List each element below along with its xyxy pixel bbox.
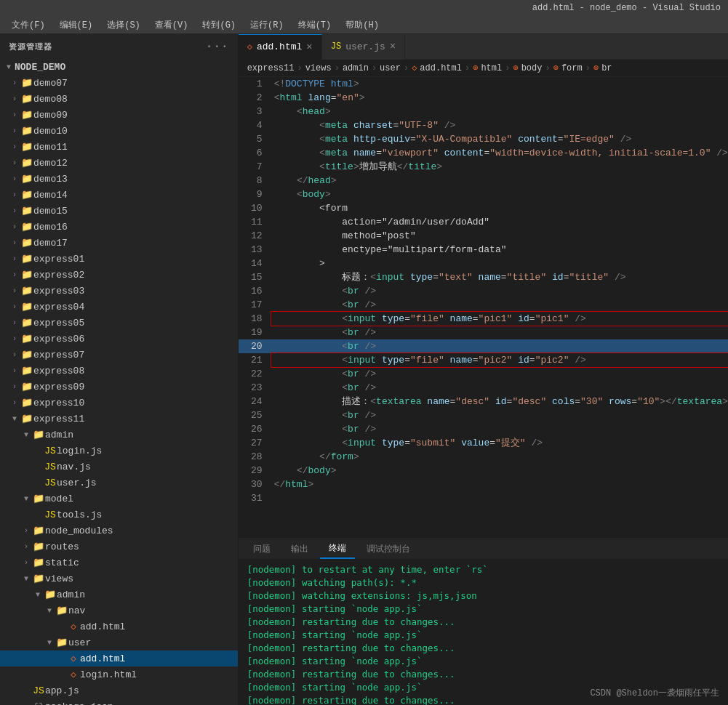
sidebar-item-user-add-html[interactable]: ◇ add.html: [0, 650, 238, 666]
sidebar-item-user-js[interactable]: JS user.js: [0, 475, 238, 491]
code-line-29[interactable]: 29 </body>: [239, 464, 728, 478]
sidebar-item-demo10[interactable]: › 📁 demo10: [0, 123, 238, 139]
folder-icon: 📁: [20, 221, 33, 233]
menu-edit[interactable]: 编辑(E): [54, 17, 99, 33]
code-line-31[interactable]: 31: [239, 491, 728, 505]
sidebar-item-express03[interactable]: › 📁 express03: [0, 283, 238, 299]
line-number: 11: [239, 215, 271, 229]
sidebar-item-nav-add-html[interactable]: ◇ add.html: [0, 619, 238, 634]
code-line-15[interactable]: 15 标题：<input type="text" name="title" id…: [239, 270, 728, 284]
folder-icon: 📁: [55, 605, 68, 616]
sidebar-item-login-html[interactable]: ◇ login.html: [0, 666, 238, 682]
sidebar-item-views[interactable]: ▼ 📁 views: [0, 571, 238, 587]
code-line-22[interactable]: 22 <br />: [239, 367, 728, 381]
sidebar-item-node-modules[interactable]: › 📁 node_modules: [0, 523, 238, 539]
code-line-26[interactable]: 26 <br />: [239, 422, 728, 436]
sidebar-item-express09[interactable]: › 📁 express09: [0, 379, 238, 395]
sidebar-tree[interactable]: ▼ NODE_DEMO › 📁 demo07 › 📁 demo08 › 📁 de…: [0, 59, 238, 705]
code-line-23[interactable]: 23 <br />: [239, 381, 728, 395]
code-line-24[interactable]: 24 描述：<textarea name="desc" id="desc" co…: [239, 395, 728, 408]
panel-tab-output[interactable]: 输出: [282, 540, 317, 558]
panel-tab-debug[interactable]: 调试控制台: [358, 540, 419, 558]
sidebar-item-demo09[interactable]: › 📁 demo09: [0, 107, 238, 123]
code-line-21[interactable]: 21 <input type="file" name="pic2" id="pi…: [239, 353, 728, 367]
code-line-18[interactable]: 18 <input type="file" name="pic1" id="pi…: [239, 312, 728, 326]
sidebar-item-express01[interactable]: › 📁 express01: [0, 251, 238, 267]
sidebar-item-model[interactable]: ▼ 📁 model: [0, 491, 238, 507]
sidebar-item-express04[interactable]: › 📁 express04: [0, 299, 238, 315]
menu-run[interactable]: 运行(R): [244, 17, 289, 33]
menu-file[interactable]: 文件(F): [6, 17, 51, 33]
terminal-content[interactable]: [nodemon] to restart at any time, enter …: [239, 559, 728, 705]
menu-select[interactable]: 选择(S): [101, 17, 146, 33]
sidebar-item-express02[interactable]: › 📁 express02: [0, 267, 238, 283]
sidebar-more-button[interactable]: ···: [206, 40, 229, 53]
sidebar-item-express11[interactable]: ▼ 📁 express11: [0, 411, 238, 427]
breadcrumb-tag-icon2: ⊕: [513, 63, 518, 73]
code-line-1[interactable]: 1<!DOCTYPE html>: [239, 77, 728, 91]
sidebar-item-demo12[interactable]: › 📁 demo12: [0, 155, 238, 171]
sidebar-item-app-js[interactable]: JS app.js: [0, 682, 238, 698]
code-line-30[interactable]: 30</html>: [239, 478, 728, 491]
code-line-25[interactable]: 25 <br />: [239, 408, 728, 422]
sidebar-item-nav-js[interactable]: JS nav.js: [0, 459, 238, 475]
sidebar-item-login-js[interactable]: JS login.js: [0, 443, 238, 459]
line-content: <body>: [271, 188, 728, 201]
sidebar-item-routes[interactable]: › 📁 routes: [0, 539, 238, 555]
sidebar-item-views-admin[interactable]: ▼ 📁 admin: [0, 587, 238, 603]
code-line-9[interactable]: 9 <body>: [239, 188, 728, 201]
sidebar-item-root[interactable]: ▼ NODE_DEMO: [0, 59, 238, 75]
sidebar-item-demo16[interactable]: › 📁 demo16: [0, 219, 238, 235]
sidebar-item-user-folder[interactable]: ▼ 📁 user: [0, 634, 238, 650]
code-line-4[interactable]: 4 <meta charset="UTF-8" />: [239, 118, 728, 132]
sidebar-item-demo17[interactable]: › 📁 demo17: [0, 235, 238, 251]
code-line-12[interactable]: 12 method="post": [239, 229, 728, 243]
sidebar-item-express05[interactable]: › 📁 express05: [0, 315, 238, 331]
code-line-7[interactable]: 7 <title>增加导航</title>: [239, 160, 728, 174]
code-line-10[interactable]: 10 <form: [239, 201, 728, 215]
tab-add-html[interactable]: ◇ add.html ×: [239, 34, 322, 60]
editor-area: ◇ add.html × JS user.js × express11 › vi…: [239, 34, 728, 705]
sidebar-item-static[interactable]: › 📁 static: [0, 555, 238, 571]
code-line-19[interactable]: 19 <br />: [239, 326, 728, 339]
code-line-8[interactable]: 8 </head>: [239, 174, 728, 188]
folder-icon: 📁: [32, 541, 45, 552]
sidebar-item-demo13[interactable]: › 📁 demo13: [0, 171, 238, 187]
menu-terminal[interactable]: 终端(T): [292, 17, 337, 33]
sidebar-item-admin[interactable]: ▼ 📁 admin: [0, 427, 238, 443]
menu-help[interactable]: 帮助(H): [340, 17, 385, 33]
code-line-27[interactable]: 27 <input type="submit" value="提交" />: [239, 436, 728, 450]
sidebar-item-express10[interactable]: › 📁 express10: [0, 395, 238, 411]
code-line-11[interactable]: 11 action="/admin/user/doAdd": [239, 215, 728, 229]
panel-tab-problems[interactable]: 问题: [244, 540, 279, 558]
sidebar-item-nav[interactable]: ▼ 📁 nav: [0, 603, 238, 619]
menu-view[interactable]: 查看(V): [149, 17, 194, 33]
panel-tab-terminal[interactable]: 终端: [320, 539, 355, 559]
code-line-16[interactable]: 16 <br />: [239, 284, 728, 298]
sidebar-item-demo08[interactable]: › 📁 demo08: [0, 91, 238, 107]
code-line-17[interactable]: 17 <br />: [239, 298, 728, 312]
sidebar-item-express07[interactable]: › 📁 express07: [0, 347, 238, 363]
code-line-5[interactable]: 5 <meta http-equiv="X-UA-Compatible" con…: [239, 132, 728, 146]
sidebar-item-demo11[interactable]: › 📁 demo11: [0, 139, 238, 155]
code-line-2[interactable]: 2<html lang="en">: [239, 91, 728, 105]
code-editor[interactable]: 1<!DOCTYPE html>2<html lang="en">3 <head…: [239, 77, 728, 538]
menu-goto[interactable]: 转到(G): [196, 17, 241, 33]
code-line-6[interactable]: 6 <meta name="viewport" content="width=d…: [239, 146, 728, 160]
sidebar-item-package-json[interactable]: {} package.json: [0, 698, 238, 705]
tab-user-js[interactable]: JS user.js ×: [322, 34, 405, 60]
sidebar-item-express06[interactable]: › 📁 express06: [0, 331, 238, 347]
code-line-13[interactable]: 13 enctype="multipart/form-data": [239, 243, 728, 257]
sidebar-item-demo14[interactable]: › 📁 demo14: [0, 187, 238, 203]
code-line-14[interactable]: 14 >: [239, 257, 728, 270]
code-line-20[interactable]: 20 <br />: [239, 339, 728, 353]
sidebar-item-express08[interactable]: › 📁 express08: [0, 363, 238, 379]
code-line-3[interactable]: 3 <head>: [239, 105, 728, 118]
sidebar-item-demo07[interactable]: › 📁 demo07: [0, 75, 238, 91]
tab-close-button[interactable]: ×: [306, 42, 312, 52]
tab-close-button[interactable]: ×: [390, 41, 396, 52]
sidebar-item-demo15[interactable]: › 📁 demo15: [0, 203, 238, 219]
sidebar-item-tools-js[interactable]: JS tools.js: [0, 507, 238, 523]
code-line-28[interactable]: 28 </form>: [239, 450, 728, 464]
folder-icon: 📁: [20, 253, 33, 265]
